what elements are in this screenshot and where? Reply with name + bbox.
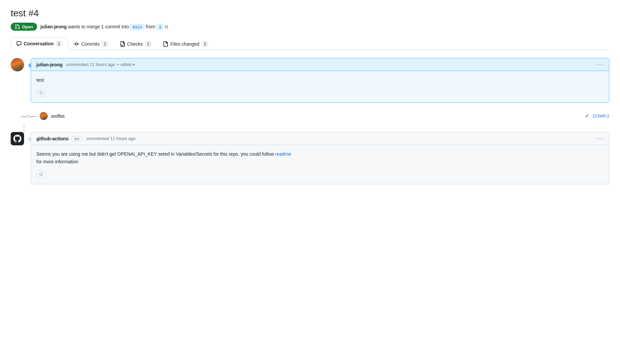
tab-checks[interactable]: Checks 1 <box>114 37 157 50</box>
source-branch[interactable]: a <box>157 24 164 30</box>
conversation-icon <box>16 41 22 46</box>
tab-files-changed-count: 2 <box>202 41 209 47</box>
tab-commits-count: 1 <box>101 41 108 47</box>
avatar-github-actions <box>11 132 24 145</box>
emoji-react-button-2[interactable]: ☺ <box>36 169 46 179</box>
tab-conversation-count: 1 <box>55 41 62 46</box>
tab-checks-label: Checks <box>127 41 143 47</box>
tab-conversation-label: Conversation <box>24 41 53 46</box>
page-title: test #4 <box>11 8 609 19</box>
files-changed-icon <box>163 41 168 47</box>
tab-checks-count: 1 <box>145 41 152 47</box>
open-badge-label: Open <box>22 24 33 29</box>
commit-author-name: asdfas <box>51 113 65 119</box>
bot-comment-text: Seems you are using me but didn't get OP… <box>36 150 604 165</box>
tab-files-changed-label: Files changed <box>170 41 199 47</box>
commit-author-avatar <box>40 112 48 120</box>
pr-meta: Open julian-jeong wants to merge 1 commi… <box>11 23 609 31</box>
pr-author: julian-jeong wants to merge 1 commit int… <box>40 24 168 30</box>
copy-branch-icon[interactable]: ⧉ <box>165 24 168 29</box>
bot-badge: bot <box>71 136 82 141</box>
content-area: julian-jeong commented 11 hours ago • ed… <box>11 50 609 184</box>
tab-conversation[interactable]: Conversation 1 <box>11 37 68 50</box>
user-comment-box: julian-jeong commented 11 hours ago • ed… <box>31 58 609 103</box>
pr-tabs: Conversation 1 Commits 1 Checks 1 Files … <box>11 37 609 50</box>
comment-header-2: github-actions bot commented 11 hours ag… <box>31 132 609 145</box>
comment-block-1: julian-jeong commented 11 hours ago • ed… <box>11 58 609 103</box>
comment-block-2: github-actions bot commented 11 hours ag… <box>11 132 609 184</box>
bot-comment-body: Seems you are using me but didn't get OP… <box>31 145 609 184</box>
comment-timestamp-1: commented 11 hours ago <box>66 62 115 67</box>
target-branch[interactable]: main <box>130 24 144 30</box>
chevron-down-icon[interactable]: ▾ <box>133 62 135 67</box>
more-options-button-1[interactable]: ··· <box>597 61 604 68</box>
checks-icon <box>120 41 125 47</box>
commits-icon <box>74 41 79 47</box>
comment-arrow-1 <box>28 63 31 68</box>
comment-arrow-2 <box>28 137 31 142</box>
bot-comment-author: github-actions <box>36 136 68 141</box>
edited-badge: edited ▾ <box>121 62 135 67</box>
commit-row: —○— asdfas ✓ 223e0c2 <box>17 108 609 124</box>
commit-hash[interactable]: 223e0c2 <box>592 114 609 118</box>
pr-status-badge: Open <box>11 23 37 31</box>
readme-link[interactable]: readme <box>275 151 291 157</box>
timeline-line <box>24 124 24 132</box>
commit-check-icon: ✓ <box>585 113 589 119</box>
github-logo-icon <box>13 135 21 143</box>
comment-text-1: test <box>36 76 604 84</box>
more-options-button-2[interactable]: ··· <box>597 135 604 142</box>
comment-body-1: test ☺ <box>31 71 609 102</box>
commit-branch-icon: —○— <box>21 113 36 120</box>
tab-commits[interactable]: Commits 1 <box>68 37 114 50</box>
tab-files-changed[interactable]: Files changed 2 <box>157 37 214 50</box>
bot-comment-box: github-actions bot commented 11 hours ag… <box>31 132 609 184</box>
comment-author-1: julian-jeong <box>36 62 63 67</box>
comment-header-1: julian-jeong commented 11 hours ago • ed… <box>31 58 609 71</box>
tab-commits-label: Commits <box>81 41 99 47</box>
emoji-react-button-1[interactable]: ☺ <box>36 88 46 97</box>
dot-separator: • <box>117 62 119 67</box>
git-pull-request-icon <box>15 24 20 29</box>
avatar-julian-jeong <box>11 58 24 71</box>
bot-comment-timestamp: commented 11 hours ago <box>86 136 135 141</box>
